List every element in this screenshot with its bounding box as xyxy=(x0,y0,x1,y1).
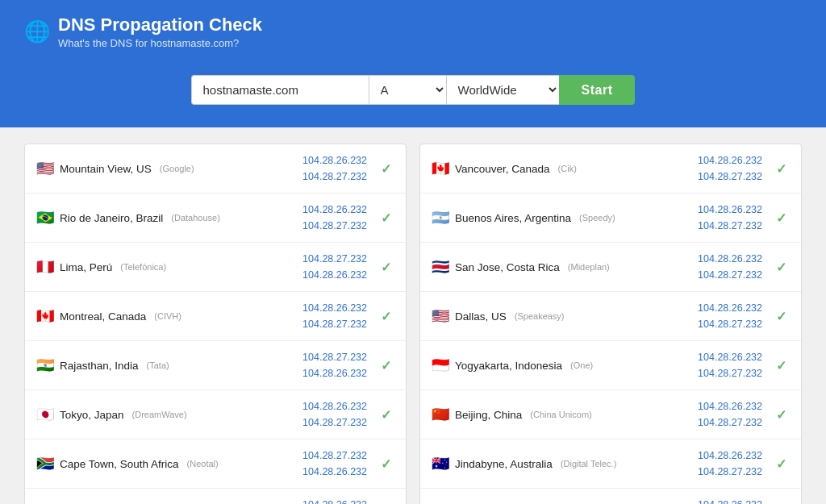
ip-address: 104.28.26.232 xyxy=(698,300,762,316)
ip-address: 104.28.26.232 xyxy=(698,448,762,464)
ip-address: 104.28.27.232 xyxy=(698,316,762,332)
location-cell: 🇦🇺Jindabyne, Australia(Digital Telec.) xyxy=(432,455,698,473)
flag-icon: 🇨🇦 xyxy=(432,160,449,177)
location-cell: 🇦🇷Buenos Aires, Argentina(Speedy) xyxy=(432,209,698,227)
ip-address: 104.28.27.232 xyxy=(302,448,367,464)
start-button[interactable]: Start xyxy=(559,75,636,105)
dns-type-select[interactable]: A AAAA CNAME MX NS TXT SOA xyxy=(369,75,446,105)
ip-address: 104.28.26.232 xyxy=(698,398,762,414)
flag-icon: 🇮🇩 xyxy=(432,356,449,374)
flag-icon: 🇮🇳 xyxy=(36,356,54,374)
ip-cell: 104.28.26.232104.28.27.232 xyxy=(302,300,367,332)
ip-address: 104.28.27.232 xyxy=(302,218,367,234)
location-name: Jindabyne, Australia xyxy=(455,458,553,470)
globe-icon: 🌐 xyxy=(24,19,50,44)
check-icon: ✓ xyxy=(776,359,786,373)
status-cell: ✓ xyxy=(772,210,790,226)
status-cell: ✓ xyxy=(377,407,394,423)
location-cell: 🇨🇳Beijing, China(China Unicom) xyxy=(432,406,698,423)
ip-cell: 104.28.26.232104.28.27.232 xyxy=(698,349,762,381)
flag-icon: 🇺🇸 xyxy=(36,160,54,177)
location-name: Vancouver, Canada xyxy=(455,163,550,175)
ip-address: 104.28.27.232 xyxy=(698,218,762,234)
ip-address: 104.28.26.232 xyxy=(698,202,762,218)
flag-icon: 🇨🇷 xyxy=(432,258,449,276)
ip-address: 104.28.26.232 xyxy=(302,464,367,480)
ip-address: 104.28.26.232 xyxy=(302,398,367,414)
table-row: 🇨🇳Beijing, China(China Unicom)104.28.26.… xyxy=(420,390,801,439)
location-name: Rio de Janeiro, Brazil xyxy=(60,212,163,224)
ip-address: 104.28.27.232 xyxy=(698,169,762,185)
check-icon: ✓ xyxy=(776,457,786,471)
ip-cell: 104.28.26.232104.28.27.232 xyxy=(698,497,762,504)
results-area: 🇺🇸Mountain View, US(Google)104.28.26.232… xyxy=(0,127,826,504)
status-cell: ✓ xyxy=(772,358,790,373)
check-icon: ✓ xyxy=(776,162,786,176)
table-row: 🇮🇳Rajasthan, India(Tata)104.28.27.232104… xyxy=(25,341,406,390)
ip-address: 104.28.27.232 xyxy=(698,267,762,283)
location-name: Beijing, China xyxy=(455,409,522,421)
table-row: 🇨🇦Montreal, Canada(CIVH)104.28.26.232104… xyxy=(25,292,406,341)
flag-icon: 🇦🇺 xyxy=(432,455,449,473)
location-name: Rajasthan, India xyxy=(60,360,139,372)
status-cell: ✓ xyxy=(377,309,394,324)
table-row: 🇺🇸Dallas, US(Speakeasy)104.28.26.232104.… xyxy=(420,292,801,341)
ip-cell: 104.28.26.232104.28.27.232 xyxy=(698,202,762,234)
table-row: 🇺🇸Mountain View, US(Google)104.28.26.232… xyxy=(25,144,406,194)
location-name: Yogyakarta, Indonesia xyxy=(455,360,562,372)
location-name: Montreal, Canada xyxy=(60,310,146,323)
location-name: Cape Town, South Africa xyxy=(60,458,179,470)
ip-cell: 104.28.26.232104.28.27.232 xyxy=(698,251,762,283)
location-cell: 🇺🇸Dallas, US(Speakeasy) xyxy=(432,307,698,325)
isp-name: (Tata) xyxy=(147,360,169,370)
ip-address: 104.28.27.232 xyxy=(698,414,762,431)
flag-icon: 🇨🇦 xyxy=(36,307,54,325)
location-name: Tokyo, Japan xyxy=(60,409,124,421)
location-name: Dallas, US xyxy=(455,310,507,323)
table-row: 🇵🇪Lima, Perú(Telefónica)104.28.27.232104… xyxy=(25,243,406,292)
check-icon: ✓ xyxy=(381,359,391,373)
header: 🌐 DNS Propagation Check What's the DNS f… xyxy=(0,0,826,127)
table-row: 🇨🇷San Jose, Costa Rica(Mideplan)104.28.2… xyxy=(420,243,801,292)
isp-name: (Google) xyxy=(160,164,194,173)
ip-address: 104.28.27.232 xyxy=(302,414,367,431)
check-icon: ✓ xyxy=(381,211,391,225)
table-row: 🇨🇦Vancouver, Canada(Cik)104.28.26.232104… xyxy=(420,144,801,194)
location-cell: 🇨🇦Montreal, Canada(CIVH) xyxy=(36,307,302,325)
status-cell: ✓ xyxy=(772,260,790,275)
ip-cell: 104.28.26.232104.28.27.232 xyxy=(698,152,762,185)
table-row: 🇦🇺Jindabyne, Australia(Digital Telec.)10… xyxy=(420,439,801,489)
isp-name: (Neotal) xyxy=(187,459,219,469)
ip-cell: 104.28.26.232104.28.27.232 xyxy=(302,152,367,185)
status-cell: ✓ xyxy=(377,161,394,177)
ip-cell: 104.28.27.232104.28.26.232 xyxy=(302,448,367,480)
check-icon: ✓ xyxy=(776,260,786,274)
check-icon: ✓ xyxy=(776,211,786,225)
isp-name: (CIVH) xyxy=(154,311,181,321)
table-row: 🇮🇩Yogyakarta, Indonesia(One)104.28.26.23… xyxy=(420,341,801,390)
status-cell: ✓ xyxy=(377,456,394,472)
status-cell: ✓ xyxy=(772,309,790,324)
location-cell: 🇮🇳Rajasthan, India(Tata) xyxy=(36,356,302,374)
check-icon: ✓ xyxy=(776,408,786,422)
isp-name: (DreamWave) xyxy=(132,410,187,419)
check-icon: ✓ xyxy=(381,408,391,422)
region-select[interactable]: WorldWide Europe North America Asia Sout… xyxy=(446,75,559,105)
table-row: 🇿🇦Cape Town, South Africa(Neotal)104.28.… xyxy=(25,439,406,489)
location-cell: 🇯🇵Tokyo, Japan(DreamWave) xyxy=(36,406,302,423)
flag-icon: 🇧🇷 xyxy=(36,209,54,227)
check-icon: ✓ xyxy=(381,162,391,176)
ip-cell: 104.28.26.232104.28.27.232 xyxy=(302,202,367,234)
ip-address: 104.28.26.232 xyxy=(698,497,762,504)
ip-cell: 104.28.26.232104.28.27.232 xyxy=(698,398,762,431)
domain-input[interactable] xyxy=(191,75,369,105)
status-cell: ✓ xyxy=(377,260,394,275)
ip-address: 104.28.26.232 xyxy=(302,152,367,169)
ip-address: 104.28.27.232 xyxy=(698,464,762,480)
ip-cell: 104.28.26.232104.28.27.232 xyxy=(698,448,762,480)
ip-address: 104.28.27.232 xyxy=(302,349,367,365)
flag-icon: 🇨🇳 xyxy=(432,406,449,423)
isp-name: (Datahouse) xyxy=(171,213,220,223)
left-results-column: 🇺🇸Mountain View, US(Google)104.28.26.232… xyxy=(24,144,407,504)
search-bar: A AAAA CNAME MX NS TXT SOA WorldWide Eur… xyxy=(0,67,826,127)
